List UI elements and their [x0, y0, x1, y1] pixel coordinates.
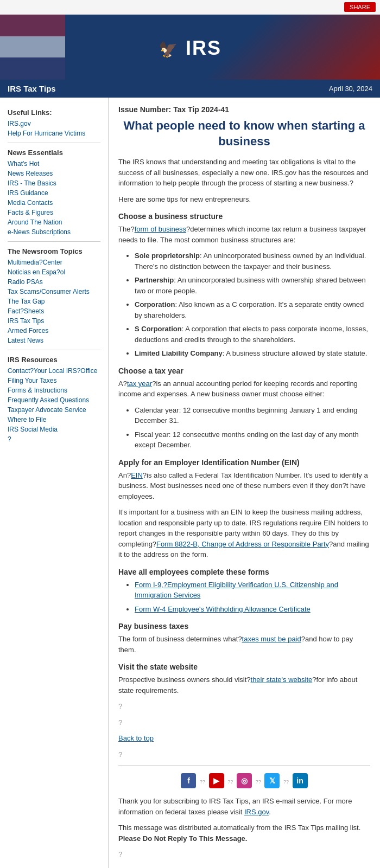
section5-heading: Pay business taxes: [118, 622, 370, 631]
sidebar-link-latestnews[interactable]: Latest News: [8, 337, 100, 344]
footer-text1: Thank you for subscribing to IRS Tax Tip…: [118, 796, 370, 817]
sidebar-divider-2: [8, 241, 100, 242]
sidebar: Useful Links: IRS.gov Help For Hurricane…: [0, 98, 109, 868]
list-item: Limited Liability Company: A business st…: [135, 348, 370, 359]
sidebar-link-armed[interactable]: Armed Forces: [8, 327, 100, 335]
form-8822b-link[interactable]: Form 8822-B, Change of Address or Respon…: [156, 540, 329, 548]
back-to-top-link[interactable]: Back to top: [118, 734, 154, 742]
form-of-business-link[interactable]: form of business: [135, 225, 186, 233]
question-2: ?: [118, 717, 370, 728]
section6-text: Prospective business owners should visit…: [118, 674, 370, 696]
section2-text: A?tax year?is an annual accounting perio…: [118, 378, 370, 400]
section4-heading: Have all employees complete these forms: [118, 568, 370, 576]
news-essentials-title: News Essentials: [8, 149, 100, 157]
list-item: Fiscal year: 12 consecutive months endin…: [135, 429, 370, 451]
irsgov-footer-link[interactable]: IRS.gov: [244, 808, 269, 816]
taxes-paid-link[interactable]: taxes must be paid: [242, 635, 301, 643]
sidebar-link-media[interactable]: Media Contacts: [8, 199, 100, 207]
sidebar-link-nation[interactable]: Around The Nation: [8, 218, 100, 226]
sidebar-link-forms[interactable]: Forms & Instructions: [8, 387, 100, 394]
section1-heading: Choose a business structure: [118, 212, 370, 221]
issue-number: Issue Number: Tax Tip 2024-41: [118, 105, 370, 114]
sidebar-link-q[interactable]: ?: [8, 435, 100, 443]
site-title: IRS Tax Tips: [8, 84, 56, 93]
article-content: Issue Number: Tax Tip 2024-41 What peopl…: [109, 98, 380, 868]
sidebar-link-newsreleases[interactable]: News Releases: [8, 170, 100, 177]
sidebar-link-guidance[interactable]: IRS Guidance: [8, 189, 100, 197]
share-bar: SHARE: [0, 0, 380, 15]
sidebar-link-whatshot[interactable]: What's Hot: [8, 160, 100, 168]
sidebar-divider-3: [8, 350, 100, 350]
intro-paragraph-2: Here are some tips for new entrepreneurs…: [118, 194, 370, 205]
sidebar-link-radio[interactable]: Radio PSAs: [8, 278, 100, 286]
twitter-icon[interactable]: 𝕏: [264, 773, 280, 788]
list-item: S Corporation: A corporation that elects…: [135, 324, 370, 345]
section3-heading: Apply for an Employer Identification Num…: [118, 458, 370, 467]
resources-title: IRS Resources: [8, 356, 100, 364]
sidebar-link-facts[interactable]: Facts & Figures: [8, 209, 100, 216]
section5-text: The form of business determines what?tax…: [118, 634, 370, 655]
section4-list: Form I-9,?Employment Eligibility Verific…: [135, 580, 370, 615]
date-bar: IRS Tax Tips April 30, 2024: [0, 80, 380, 98]
form-i9-link[interactable]: Form I-9,?Employment Eligibility Verific…: [135, 581, 338, 600]
header-banner: 🦅 IRS: [0, 15, 380, 80]
question-bottom: ?: [118, 849, 370, 860]
share-button[interactable]: SHARE: [344, 2, 376, 12]
sidebar-link-noticias[interactable]: Noticias en Espa?ol: [8, 268, 100, 276]
sidebar-divider-1: [8, 143, 100, 143]
state-website-link[interactable]: their state's website: [251, 676, 313, 684]
sidebar-link-basics[interactable]: IRS - The Basics: [8, 179, 100, 187]
sidebar-link-faq[interactable]: Frequently Asked Questions: [8, 396, 100, 404]
linkedin-icon[interactable]: in: [293, 773, 308, 788]
youtube-icon[interactable]: ▶: [209, 773, 224, 788]
sidebar-link-socialmedia[interactable]: IRS Social Media: [8, 426, 100, 433]
question-1: ?: [118, 701, 370, 712]
sidebar-link-filing[interactable]: Filing Your Taxes: [8, 377, 100, 384]
question-3: ?: [118, 749, 370, 760]
main-layout: Useful Links: IRS.gov Help For Hurricane…: [0, 98, 380, 868]
sidebar-link-wheretofile[interactable]: Where to File: [8, 416, 100, 423]
form-w4-link[interactable]: Form W-4 Employee's Withholding Allowanc…: [135, 605, 311, 613]
section2-heading: Choose a tax year: [118, 367, 370, 375]
footer-text2: This message was distributed automatical…: [118, 822, 370, 844]
sidebar-link-localoffice[interactable]: Contact?Your Local IRS?Office: [8, 367, 100, 375]
publication-date: April 30, 2024: [329, 85, 372, 93]
section1-list: Sole proprietorship: An unincorporated b…: [135, 250, 370, 359]
sidebar-link-taxpayer[interactable]: Taxpayer Advocate Service: [8, 406, 100, 414]
irs-logo: 🦅 IRS: [159, 35, 221, 60]
list-item: Form W-4 Employee's Withholding Allowanc…: [135, 604, 370, 615]
sidebar-link-taxscams[interactable]: Tax Scams/Consumer Alerts: [8, 288, 100, 295]
list-item: Sole proprietorship: An unincorporated b…: [135, 250, 370, 272]
section3-text2: It's important for a business with an EI…: [118, 507, 370, 560]
tax-year-link[interactable]: tax year: [127, 380, 152, 388]
section6-heading: Visit the state website: [118, 663, 370, 671]
list-item: Calendar year: 12 consecutive months beg…: [135, 405, 370, 426]
list-item: Corporation: Also known as a C corporati…: [135, 299, 370, 320]
content-divider: [118, 765, 370, 766]
sidebar-link-hurricane[interactable]: Help For Hurricane Victims: [8, 130, 100, 137]
sidebar-link-irsgov[interactable]: IRS.gov: [8, 120, 100, 127]
facebook-icon[interactable]: f: [181, 773, 196, 788]
sidebar-link-multimedia[interactable]: Multimedia?Center: [8, 259, 100, 266]
social-icons-bar: f ?? ▶ ?? ◎ ?? 𝕏 ?? in: [118, 773, 370, 788]
sidebar-link-taxtips[interactable]: IRS Tax Tips: [8, 317, 100, 325]
useful-links-title: Useful Links:: [8, 108, 100, 117]
newsroom-title: The Newsroom Topics: [8, 247, 100, 255]
list-item: Form I-9,?Employment Eligibility Verific…: [135, 580, 370, 601]
sidebar-link-enews[interactable]: e-News Subscriptions: [8, 228, 100, 236]
intro-paragraph-1: The IRS knows that understanding and mee…: [118, 157, 370, 189]
section2-list: Calendar year: 12 consecutive months beg…: [135, 405, 370, 451]
ein-link[interactable]: EIN: [131, 471, 143, 479]
instagram-icon[interactable]: ◎: [237, 773, 252, 788]
section3-text1: An?EIN?is also called a Federal Tax Iden…: [118, 470, 370, 502]
sidebar-link-taxgap[interactable]: The Tax Gap: [8, 298, 100, 305]
section1-text: The?form of business?determines which in…: [118, 224, 370, 245]
sidebar-link-factsheets[interactable]: Fact?Sheets: [8, 307, 100, 315]
article-title: What people need to know when starting a…: [118, 118, 370, 149]
flag-decoration: [0, 15, 65, 80]
list-item: Partnership: An unincorporated business …: [135, 275, 370, 296]
